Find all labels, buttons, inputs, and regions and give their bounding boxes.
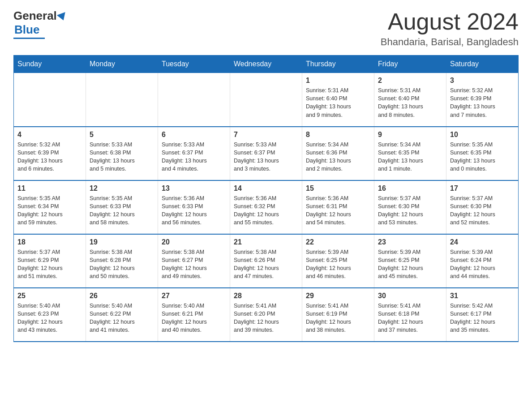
calendar-cell: 7Sunrise: 5:33 AMSunset: 6:37 PMDaylight…: [230, 127, 302, 180]
day-info: Sunrise: 5:41 AMSunset: 6:18 PMDaylight:…: [378, 302, 442, 334]
calendar-cell: 21Sunrise: 5:38 AMSunset: 6:26 PMDayligh…: [230, 234, 302, 288]
calendar-cell: 25Sunrise: 5:40 AMSunset: 6:23 PMDayligh…: [14, 288, 86, 342]
day-info: Sunrise: 5:36 AMSunset: 6:31 PMDaylight:…: [306, 194, 370, 227]
calendar-cell: 13Sunrise: 5:36 AMSunset: 6:33 PMDayligh…: [158, 180, 230, 234]
calendar-cell: 22Sunrise: 5:39 AMSunset: 6:25 PMDayligh…: [302, 234, 374, 288]
day-info: Sunrise: 5:37 AMSunset: 6:29 PMDaylight:…: [17, 248, 82, 281]
weekday-header-sunday: Sunday: [14, 56, 86, 73]
header: General Blue August 2024 Bhandaria, Bari…: [13, 9, 519, 48]
week-row-5: 25Sunrise: 5:40 AMSunset: 6:23 PMDayligh…: [14, 288, 519, 342]
calendar-cell: 4Sunrise: 5:32 AMSunset: 6:39 PMDaylight…: [14, 127, 86, 180]
calendar-cell: [14, 73, 86, 127]
calendar-cell: 5Sunrise: 5:33 AMSunset: 6:38 PMDaylight…: [86, 127, 158, 180]
day-number: 19: [90, 238, 154, 246]
day-number: 21: [234, 238, 298, 246]
weekday-header-thursday: Thursday: [302, 56, 374, 73]
day-info: Sunrise: 5:39 AMSunset: 6:25 PMDaylight:…: [306, 248, 370, 281]
calendar-cell: 6Sunrise: 5:33 AMSunset: 6:37 PMDaylight…: [158, 127, 230, 180]
day-info: Sunrise: 5:38 AMSunset: 6:26 PMDaylight:…: [234, 248, 298, 281]
calendar-cell: 3Sunrise: 5:32 AMSunset: 6:39 PMDaylight…: [446, 73, 519, 127]
day-number: 31: [450, 292, 515, 300]
calendar-cell: 2Sunrise: 5:31 AMSunset: 6:40 PMDaylight…: [374, 73, 446, 127]
calendar-table: SundayMondayTuesdayWednesdayThursdayFrid…: [13, 55, 519, 342]
day-info: Sunrise: 5:37 AMSunset: 6:30 PMDaylight:…: [378, 194, 442, 227]
day-number: 1: [306, 77, 370, 85]
day-number: 18: [17, 238, 82, 246]
day-number: 15: [306, 184, 370, 193]
calendar-cell: 9Sunrise: 5:34 AMSunset: 6:35 PMDaylight…: [374, 127, 446, 180]
calendar-cell: 14Sunrise: 5:36 AMSunset: 6:32 PMDayligh…: [230, 180, 302, 234]
week-row-4: 18Sunrise: 5:37 AMSunset: 6:29 PMDayligh…: [14, 234, 519, 288]
day-info: Sunrise: 5:42 AMSunset: 6:17 PMDaylight:…: [450, 302, 515, 334]
day-info: Sunrise: 5:33 AMSunset: 6:37 PMDaylight:…: [162, 141, 226, 173]
calendar-cell: 30Sunrise: 5:41 AMSunset: 6:18 PMDayligh…: [374, 288, 446, 342]
day-number: 16: [378, 184, 442, 193]
calendar-cell: 10Sunrise: 5:35 AMSunset: 6:35 PMDayligh…: [446, 127, 519, 180]
day-info: Sunrise: 5:36 AMSunset: 6:32 PMDaylight:…: [234, 194, 298, 227]
day-info: Sunrise: 5:40 AMSunset: 6:23 PMDaylight:…: [17, 302, 82, 334]
day-info: Sunrise: 5:40 AMSunset: 6:21 PMDaylight:…: [162, 302, 226, 334]
day-info: Sunrise: 5:38 AMSunset: 6:28 PMDaylight:…: [90, 248, 154, 281]
calendar-cell: 24Sunrise: 5:39 AMSunset: 6:24 PMDayligh…: [446, 234, 519, 288]
day-info: Sunrise: 5:41 AMSunset: 6:20 PMDaylight:…: [234, 302, 298, 334]
calendar-cell: 1Sunrise: 5:31 AMSunset: 6:40 PMDaylight…: [302, 73, 374, 127]
week-row-3: 11Sunrise: 5:35 AMSunset: 6:34 PMDayligh…: [14, 180, 519, 234]
calendar-cell: 26Sunrise: 5:40 AMSunset: 6:22 PMDayligh…: [86, 288, 158, 342]
day-number: 5: [90, 131, 154, 139]
day-info: Sunrise: 5:35 AMSunset: 6:35 PMDaylight:…: [450, 141, 515, 173]
logo-general-text: General: [13, 9, 57, 23]
logo-blue-text: Blue: [14, 23, 39, 37]
day-number: 11: [17, 184, 82, 193]
calendar-cell: 17Sunrise: 5:37 AMSunset: 6:30 PMDayligh…: [446, 180, 519, 234]
day-info: Sunrise: 5:32 AMSunset: 6:39 PMDaylight:…: [450, 86, 515, 119]
day-number: 28: [234, 292, 298, 300]
month-title: August 2024: [381, 9, 519, 34]
weekday-header-wednesday: Wednesday: [230, 56, 302, 73]
calendar-cell: 31Sunrise: 5:42 AMSunset: 6:17 PMDayligh…: [446, 288, 519, 342]
day-number: 13: [162, 184, 226, 193]
location-title: Bhandaria, Barisal, Bangladesh: [381, 36, 519, 48]
calendar-cell: [86, 73, 158, 127]
day-number: 30: [378, 292, 442, 300]
weekday-header-monday: Monday: [86, 56, 158, 73]
day-number: 4: [17, 131, 82, 139]
calendar-cell: 12Sunrise: 5:35 AMSunset: 6:33 PMDayligh…: [86, 180, 158, 234]
calendar-cell: 23Sunrise: 5:39 AMSunset: 6:25 PMDayligh…: [374, 234, 446, 288]
week-row-2: 4Sunrise: 5:32 AMSunset: 6:39 PMDaylight…: [14, 127, 519, 180]
calendar-cell: 19Sunrise: 5:38 AMSunset: 6:28 PMDayligh…: [86, 234, 158, 288]
day-number: 7: [234, 131, 298, 139]
day-number: 27: [162, 292, 226, 300]
title-area: August 2024 Bhandaria, Barisal, Banglade…: [381, 9, 519, 48]
day-number: 29: [306, 292, 370, 300]
calendar-cell: 28Sunrise: 5:41 AMSunset: 6:20 PMDayligh…: [230, 288, 302, 342]
calendar-cell: 15Sunrise: 5:36 AMSunset: 6:31 PMDayligh…: [302, 180, 374, 234]
day-number: 24: [450, 238, 515, 246]
calendar-cell: 8Sunrise: 5:34 AMSunset: 6:36 PMDaylight…: [302, 127, 374, 180]
day-info: Sunrise: 5:31 AMSunset: 6:40 PMDaylight:…: [378, 86, 442, 119]
day-number: 8: [306, 131, 370, 139]
day-info: Sunrise: 5:38 AMSunset: 6:27 PMDaylight:…: [162, 248, 226, 281]
day-info: Sunrise: 5:39 AMSunset: 6:25 PMDaylight:…: [378, 248, 442, 281]
day-info: Sunrise: 5:39 AMSunset: 6:24 PMDaylight:…: [450, 248, 515, 281]
day-info: Sunrise: 5:35 AMSunset: 6:34 PMDaylight:…: [17, 194, 82, 227]
logo-triangle-icon: [57, 12, 68, 22]
weekday-header-saturday: Saturday: [446, 56, 519, 73]
day-number: 25: [17, 292, 82, 300]
day-info: Sunrise: 5:40 AMSunset: 6:22 PMDaylight:…: [90, 302, 154, 334]
calendar-cell: [230, 73, 302, 127]
day-number: 23: [378, 238, 442, 246]
day-info: Sunrise: 5:35 AMSunset: 6:33 PMDaylight:…: [90, 194, 154, 227]
day-info: Sunrise: 5:34 AMSunset: 6:36 PMDaylight:…: [306, 141, 370, 173]
day-number: 9: [378, 131, 442, 139]
day-number: 14: [234, 184, 298, 193]
calendar-cell: [158, 73, 230, 127]
day-info: Sunrise: 5:41 AMSunset: 6:19 PMDaylight:…: [306, 302, 370, 334]
day-number: 6: [162, 131, 226, 139]
weekday-header-tuesday: Tuesday: [158, 56, 230, 73]
day-number: 22: [306, 238, 370, 246]
day-number: 12: [90, 184, 154, 193]
day-info: Sunrise: 5:31 AMSunset: 6:40 PMDaylight:…: [306, 86, 370, 119]
day-number: 17: [450, 184, 515, 193]
day-info: Sunrise: 5:34 AMSunset: 6:35 PMDaylight:…: [378, 141, 442, 173]
calendar-cell: 27Sunrise: 5:40 AMSunset: 6:21 PMDayligh…: [158, 288, 230, 342]
